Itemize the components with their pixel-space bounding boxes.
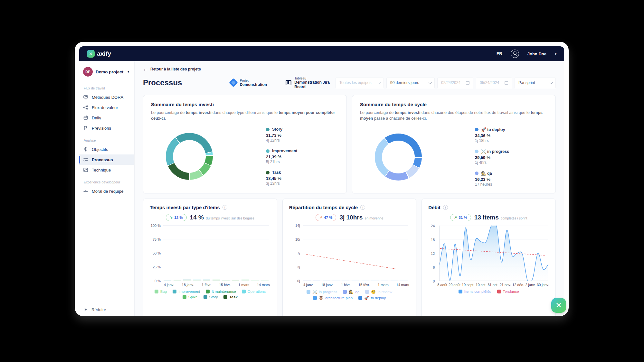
- x-axis-tick: [372, 283, 375, 287]
- legend-dot-icon: [475, 150, 478, 153]
- stacked-bar[interactable]: [232, 280, 239, 281]
- chart-icon: [83, 167, 88, 172]
- legend-item: Spike: [183, 295, 198, 299]
- y-axis-tick: 18: [431, 238, 435, 242]
- legend-item: Task18,45 %3j 13hrs: [266, 170, 327, 186]
- card-cycle-time-summary: Sommaire du temps de cycle Le pourcentag…: [352, 95, 556, 193]
- legend-percent: 31,73 %: [266, 133, 327, 138]
- x-axis-tick: 31 oct.: [488, 283, 498, 287]
- legend-time: 17 heures: [475, 182, 536, 187]
- legend-item: Story: [204, 295, 218, 299]
- legend-label: Improvement: [266, 149, 327, 153]
- invested-donut-chart[interactable]: [166, 133, 213, 180]
- stacked-bar[interactable]: [174, 280, 181, 281]
- sidebar-item-pr-visions[interactable]: Prévisions: [79, 123, 134, 133]
- stacked-bar[interactable]: [183, 279, 191, 281]
- legend-dot-icon: [475, 172, 478, 175]
- board-meta: Tableau Demonstration Jira Board: [286, 76, 336, 89]
- legend-label: 🕵️ qa: [475, 171, 536, 176]
- legend-time: 1j 4hrs: [475, 160, 536, 165]
- chevron-down-icon: [429, 81, 432, 84]
- stacked-bar[interactable]: [213, 279, 220, 281]
- project-meta: Projet Demonstration: [230, 76, 267, 89]
- legend-label: ⚔️ in progress: [475, 149, 536, 154]
- project-selector[interactable]: DP Demo project ▼: [79, 65, 134, 81]
- trend-line: [303, 226, 409, 281]
- x-axis-tick: 19 sept.: [462, 283, 474, 287]
- info-icon[interactable]: i: [360, 205, 365, 210]
- chevron-down-icon: [550, 81, 553, 84]
- stacked-bar[interactable]: [261, 280, 269, 281]
- period-select[interactable]: 90 derniers jours: [386, 78, 435, 88]
- legend-swatch-icon: [155, 290, 158, 293]
- info-icon[interactable]: i: [443, 205, 448, 210]
- legend-dot-icon: [266, 128, 270, 131]
- sidebar-item-flux-de-valeur[interactable]: Flux de valeur: [79, 102, 134, 113]
- bar-segment-story: [174, 281, 181, 281]
- nav-section-label: Flux de travail: [79, 81, 134, 92]
- stacked-bar[interactable]: [164, 280, 171, 281]
- y-axis-tick: 12: [431, 252, 435, 255]
- invested-bar-chart[interactable]: 100 %75 %50 %25 %0 %: [163, 226, 269, 281]
- legend-row: Items complétésTendance: [459, 290, 519, 293]
- sidebar-item-daily[interactable]: Daily: [79, 113, 134, 123]
- cycle-bar-chart[interactable]: 14j10j7j3j0j: [303, 226, 409, 281]
- chevron-down-icon[interactable]: ▾: [555, 52, 556, 56]
- sidebar-collapse-button[interactable]: Réduire: [83, 307, 130, 312]
- top-navbar: ✕ axify FR John Doe ▾: [79, 46, 564, 61]
- sidebar-item-technique[interactable]: Technique: [79, 165, 134, 175]
- sidebar-item-label: Métriques DORA: [92, 95, 123, 100]
- trend-badge: ↗ 47 %: [316, 214, 336, 221]
- axify-logo: ✕ axify: [87, 50, 111, 58]
- y-axis-tick: 10j: [295, 237, 300, 241]
- teams-select[interactable]: Toutes les équipes: [336, 78, 384, 88]
- bar-segment-story: [203, 281, 210, 281]
- stacked-bar[interactable]: [193, 279, 200, 281]
- group-by-select[interactable]: Par sprint: [515, 78, 556, 88]
- y-axis-tick: 25 %: [153, 265, 161, 269]
- pulse-icon: [83, 189, 88, 194]
- date-to-input[interactable]: 05/24/2024: [476, 78, 512, 88]
- chevron-down-icon: ▼: [127, 70, 130, 73]
- legend-swatch-icon: [183, 295, 186, 299]
- back-link[interactable]: ← Retour à la liste des projets: [143, 66, 556, 72]
- legend-swatch-icon: [313, 296, 317, 300]
- sidebar-item-label: Daily: [92, 116, 101, 120]
- jira-project-icon: [229, 78, 238, 87]
- cycle-donut-chart[interactable]: [375, 134, 422, 181]
- sidebar-item-label: Objectifs: [92, 147, 108, 152]
- date-from-input[interactable]: 02/24/2024: [437, 78, 473, 88]
- area-chart-svg: [440, 226, 548, 281]
- user-avatar-icon[interactable]: [511, 50, 519, 58]
- y-axis-tick: 0j: [297, 279, 300, 283]
- legend-percent: 21,39 %: [266, 154, 327, 159]
- stacked-bar[interactable]: [203, 279, 210, 281]
- sidebar-item-m-triques-dora[interactable]: Métriques DORA: [79, 92, 134, 102]
- stacked-bar[interactable]: [242, 279, 249, 281]
- collapse-icon: [83, 307, 88, 312]
- stacked-bar[interactable]: [222, 280, 230, 281]
- legend-item: 🚀 to deploy34,36 %1j 18hrs: [475, 127, 536, 143]
- info-icon[interactable]: i: [223, 205, 227, 210]
- axify-floating-badge-icon[interactable]: ✕: [551, 298, 566, 313]
- sidebar-item-objectifs[interactable]: Objectifs: [79, 144, 134, 154]
- language-switcher[interactable]: FR: [497, 51, 502, 56]
- x-axis-tick: [196, 283, 199, 287]
- legend-swatch-icon: [343, 290, 347, 294]
- sidebar-item-moral-de-l-quipe[interactable]: Moral de l'équipe: [79, 186, 134, 196]
- user-name[interactable]: John Doe: [527, 51, 546, 56]
- legend-item: Bug: [155, 290, 167, 293]
- legend-row: SpikeStoryTask: [183, 295, 238, 299]
- kpi-value: 3j 10hrs: [339, 214, 363, 221]
- legend-percent: 34,36 %: [475, 133, 536, 138]
- card-description: Le pourcentage de temps investi dans cha…: [360, 110, 548, 121]
- stacked-bar[interactable]: [251, 280, 259, 281]
- x-axis-tick: [233, 283, 236, 287]
- x-axis-tick: 1 févr.: [202, 283, 211, 287]
- sidebar-item-processus[interactable]: Processus: [79, 154, 134, 165]
- legend-item: Operations: [242, 290, 266, 293]
- legend-time: 5j 21hrs: [266, 160, 327, 164]
- throughput-area-chart[interactable]: [439, 226, 548, 281]
- legend-item: Story31,73 %4j 12hrs: [266, 127, 327, 143]
- legend-swatch-icon: [204, 295, 207, 299]
